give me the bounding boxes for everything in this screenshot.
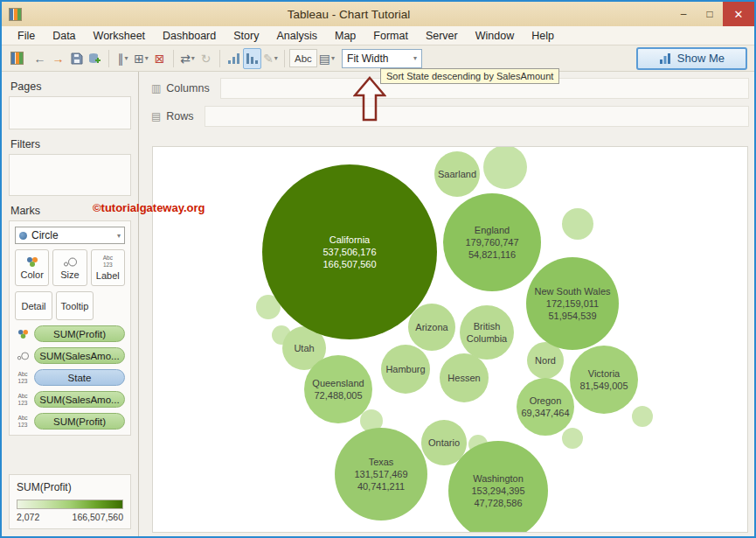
- title-bar: Tableau - Chart Tutorial – □ ✕: [2, 2, 754, 26]
- bubble-british-columbia[interactable]: British Columbia: [460, 305, 514, 360]
- legend-title: SUM(Profit): [17, 481, 123, 493]
- size-icon: [15, 348, 31, 364]
- pill-sum-profit[interactable]: SUM(Profit): [34, 325, 125, 342]
- watermark-text: ©tutorialgateway.org: [93, 201, 205, 214]
- show-mark-labels-button[interactable]: ▤▾: [317, 48, 336, 69]
- color-legend: SUM(Profit) 2,072 166,507,560: [9, 474, 131, 529]
- bubble-washington[interactable]: Washington153,294,39547,728,586: [448, 441, 548, 533]
- menu-server[interactable]: Server: [417, 28, 467, 44]
- new-worksheet-button[interactable]: ⊞▾: [132, 48, 150, 69]
- abc123-icon: Abc123: [103, 255, 113, 268]
- legend-min: 2,072: [17, 512, 39, 522]
- menu-window[interactable]: Window: [467, 28, 523, 44]
- bubble-chart: SaarlandArizonaBritish ColumbiaUtahHambu…: [152, 146, 748, 533]
- size-button[interactable]: Size: [52, 249, 87, 286]
- bubble[interactable]: [632, 406, 653, 427]
- redo-button[interactable]: →: [49, 48, 67, 69]
- color-icon: [26, 256, 38, 267]
- bubble[interactable]: [562, 428, 583, 449]
- pill-row: SUM(Profit): [15, 325, 125, 342]
- bubble-england[interactable]: England179,760,74754,821,116: [443, 193, 541, 291]
- toolbar: ← → ∥▾ ⊞▾ ⊠ ⇄▾ ↻ ✎▾ Abc ▤▾ Fit Width▾ Sh…: [2, 45, 754, 72]
- save-icon[interactable]: [67, 48, 86, 69]
- abc123-icon: Abc123: [15, 415, 31, 428]
- minimize-button[interactable]: –: [670, 2, 697, 26]
- menu-format[interactable]: Format: [364, 28, 417, 44]
- bubble-hamburg[interactable]: Hamburg: [381, 345, 430, 394]
- pause-updates-button[interactable]: ∥▾: [114, 48, 132, 69]
- pill-sum-profit-2[interactable]: SUM(Profit): [34, 413, 125, 430]
- pill-state[interactable]: State: [34, 369, 125, 386]
- pill-sum-salesamount[interactable]: SUM(SalesAmo...: [34, 347, 125, 364]
- tooltip-button[interactable]: Tooltip: [56, 291, 94, 320]
- label-button[interactable]: Abc123 Label: [91, 249, 125, 286]
- maximize-button[interactable]: □: [697, 2, 723, 26]
- show-me-button[interactable]: Show Me: [636, 47, 747, 70]
- tableau-home-icon[interactable]: [9, 48, 31, 69]
- filters-label: Filters: [10, 138, 131, 150]
- window-title: Tableau - Chart Tutorial: [27, 8, 670, 21]
- highlight-button[interactable]: ✎▾: [261, 48, 280, 69]
- bubble[interactable]: [483, 146, 527, 189]
- chevron-down-icon: ▾: [117, 232, 121, 240]
- chevron-down-icon: ▾: [331, 54, 335, 62]
- bubble-new-south-wales[interactable]: New South Wales172,159,01151,954,539: [526, 257, 619, 350]
- rows-shelf[interactable]: [205, 106, 749, 127]
- tableau-window: Tableau - Chart Tutorial – □ ✕ File Data…: [0, 0, 756, 538]
- bubble-victoria[interactable]: Victoria81,549,005: [570, 346, 638, 414]
- chevron-down-icon: ▾: [413, 54, 417, 62]
- abc123-icon: Abc123: [15, 371, 31, 384]
- pages-label: Pages: [10, 80, 131, 93]
- menu-worksheet[interactable]: Worksheet: [85, 28, 155, 44]
- worksheet-area: ▥ Columns ▤ Rows SaarlandArizonaBritish …: [139, 72, 754, 536]
- undo-button[interactable]: ←: [31, 48, 49, 69]
- pill-row: Abc123 SUM(SalesAmo...: [15, 391, 125, 408]
- bubble-oregon[interactable]: Oregon69,347,464: [517, 378, 574, 436]
- sort-ascending-button[interactable]: [225, 48, 243, 69]
- abc-labels-button[interactable]: Abc: [289, 49, 317, 67]
- pill-row: SUM(SalesAmo...: [15, 347, 125, 364]
- filters-shelf[interactable]: [9, 154, 131, 196]
- add-data-icon[interactable]: [86, 48, 104, 69]
- bubble-queensland[interactable]: Queensland72,488,005: [304, 355, 372, 423]
- bubble-texas[interactable]: Texas131,517,46940,741,211: [335, 428, 427, 521]
- sort-descending-button[interactable]: [243, 48, 261, 69]
- close-button[interactable]: ✕: [723, 2, 754, 26]
- bar-chart-icon: [659, 52, 671, 64]
- color-button[interactable]: Color: [15, 249, 49, 286]
- fit-width-select[interactable]: Fit Width▾: [342, 49, 422, 68]
- pill-sum-salesamount-2[interactable]: SUM(SalesAmo...: [34, 391, 125, 408]
- pages-shelf[interactable]: [9, 96, 131, 129]
- menu-analysis[interactable]: Analysis: [267, 28, 326, 44]
- swap-axes-button[interactable]: ⇄▾: [178, 48, 197, 69]
- bubble-california[interactable]: California537,506,176166,507,560: [262, 164, 437, 339]
- menu-file[interactable]: File: [9, 28, 44, 44]
- rows-icon: ▤: [151, 110, 161, 122]
- chevron-down-icon: ▾: [191, 54, 195, 62]
- chevron-down-icon: ▾: [124, 54, 128, 62]
- sort-tooltip: Sort State descending by SalesAmount: [380, 68, 559, 84]
- menu-story[interactable]: Story: [225, 28, 267, 44]
- legend-max: 166,507,560: [73, 512, 123, 522]
- size-icon: [63, 256, 77, 267]
- columns-icon: ▥: [151, 82, 161, 94]
- abc123-icon: Abc123: [15, 393, 31, 406]
- bubble-saarland[interactable]: Saarland: [434, 151, 480, 197]
- menu-map[interactable]: Map: [326, 28, 364, 44]
- color-icon: [15, 326, 31, 342]
- clear-sheet-button[interactable]: ⊠: [150, 48, 169, 69]
- mark-type-select[interactable]: Circle ▾: [15, 227, 125, 244]
- bubble[interactable]: [562, 208, 593, 240]
- detail-button[interactable]: Detail: [15, 291, 52, 320]
- menu-dashboard[interactable]: Dashboard: [154, 28, 225, 44]
- menu-bar: File Data Worksheet Dashboard Story Anal…: [2, 26, 754, 45]
- bubble-arizona[interactable]: Arizona: [408, 304, 455, 351]
- sidebar: Pages Filters Marks Circle ▾ Color: [2, 72, 139, 536]
- chevron-down-icon: ▾: [145, 54, 149, 62]
- run-update-button[interactable]: ↻: [197, 48, 215, 69]
- menu-help[interactable]: Help: [523, 28, 563, 44]
- bubble-hessen[interactable]: Hessen: [440, 353, 489, 402]
- legend-gradient-bar: [17, 500, 123, 509]
- pill-row: Abc123 SUM(Profit): [15, 413, 125, 430]
- menu-data[interactable]: Data: [44, 28, 84, 44]
